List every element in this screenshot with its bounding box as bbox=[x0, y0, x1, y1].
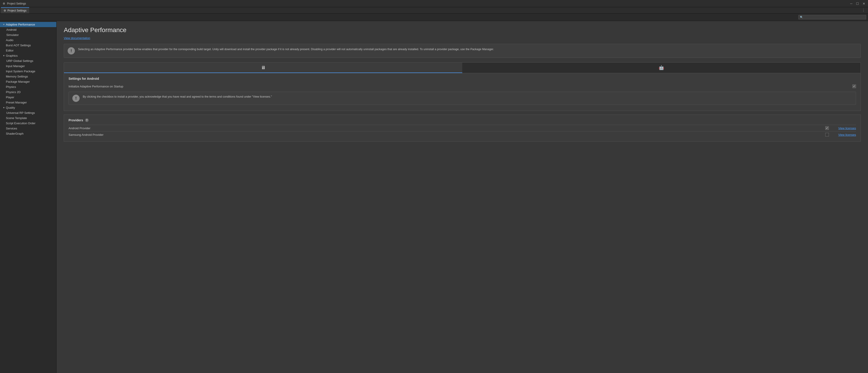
main-layout: ▼Adaptive PerformanceAndroidSimulatorAud… bbox=[0, 21, 868, 373]
platform-tab-android[interactable]: 🤖 bbox=[462, 63, 861, 73]
platform-tabs: 🖥 🤖 bbox=[64, 62, 861, 73]
sidebar-item-universal-rp-settings[interactable]: Universal RP Settings bbox=[0, 110, 56, 115]
samsung-provider-view-licenses[interactable]: View licenses bbox=[833, 133, 856, 136]
sidebar-item-memory-settings[interactable]: Memory Settings bbox=[0, 74, 56, 79]
sidebar-arrow-graphics: ▼ bbox=[3, 55, 6, 57]
warning-message: By clicking the checkbox to install a pr… bbox=[83, 95, 272, 99]
info-box: ! Selecting an Adaptive Performance prov… bbox=[64, 44, 861, 58]
sidebar-label-package-manager: Package Manager bbox=[6, 80, 30, 83]
providers-section: Providers ? Android Provider View licens… bbox=[64, 114, 861, 142]
android-provider-row: Android Provider View licenses bbox=[68, 125, 856, 131]
sidebar-item-simulator[interactable]: Simulator bbox=[0, 32, 56, 37]
tab-icon: ⚙ bbox=[4, 9, 6, 12]
sidebar-label-script-execution-order: Script Execution Order bbox=[6, 122, 35, 125]
content-area: Adaptive Performance View documentation … bbox=[57, 21, 868, 373]
sidebar-label-physics: Physics bbox=[6, 85, 16, 89]
sidebar-item-editor[interactable]: Editor bbox=[0, 48, 56, 53]
page-title: Adaptive Performance bbox=[64, 27, 861, 34]
platform-tab-desktop[interactable]: 🖥 bbox=[64, 63, 462, 73]
sidebar-item-preset-manager[interactable]: Preset Manager bbox=[0, 100, 56, 105]
sidebar-label-android: Android bbox=[6, 28, 17, 31]
initialize-setting-row: Initialize Adaptive Performance on Start… bbox=[68, 83, 856, 90]
sidebar-label-quality: Quality bbox=[6, 106, 15, 109]
sidebar-label-shadergraph: ShaderGraph bbox=[6, 132, 24, 135]
info-message: Selecting an Adaptive Performance provid… bbox=[78, 47, 494, 52]
sidebar-item-scene-template[interactable]: Scene Template bbox=[0, 115, 56, 121]
sidebar-label-burst-aot-settings: Burst AOT Settings bbox=[6, 44, 31, 47]
sidebar-item-services[interactable]: Services bbox=[0, 126, 56, 131]
sidebar-item-android[interactable]: Android bbox=[0, 27, 56, 32]
sidebar-label-audio: Audio bbox=[6, 38, 13, 42]
tab-bar: ⚙ Project Settings ⋮ bbox=[0, 7, 868, 13]
sidebar-item-physics-2d[interactable]: Physics 2D bbox=[0, 90, 56, 95]
maximize-button[interactable]: ☐ bbox=[856, 2, 859, 5]
sidebar-item-audio[interactable]: Audio bbox=[0, 37, 56, 43]
warning-icon: ! bbox=[72, 95, 80, 102]
sidebar-item-urp-global-settings[interactable]: URP Global Settings bbox=[0, 58, 56, 64]
sidebar-label-urp-global-settings: URP Global Settings bbox=[6, 59, 33, 63]
tab-label: Project Settings bbox=[7, 9, 27, 12]
sidebar-item-package-manager[interactable]: Package Manager bbox=[0, 79, 56, 84]
android-provider-name: Android Provider bbox=[68, 127, 821, 130]
android-provider-checkbox[interactable] bbox=[825, 126, 829, 130]
initialize-setting-label: Initialize Adaptive Performance on Start… bbox=[68, 85, 123, 88]
android-icon: 🤖 bbox=[658, 65, 664, 70]
app-icon: ⚙ bbox=[3, 2, 5, 5]
samsung-provider-row: Samsung Android Provider View licenses bbox=[68, 131, 856, 138]
sidebar-label-memory-settings: Memory Settings bbox=[6, 75, 28, 78]
tab-menu-button[interactable]: ⋮ bbox=[860, 8, 867, 12]
warning-box: ! By clicking the checkbox to install a … bbox=[68, 92, 856, 105]
title-bar-controls: ─ ☐ ✕ bbox=[850, 2, 865, 5]
sidebar-label-graphics: Graphics bbox=[6, 54, 18, 57]
sidebar-label-universal-rp-settings: Universal RP Settings bbox=[6, 111, 35, 114]
sidebar-item-adaptive-performance[interactable]: ▼Adaptive Performance bbox=[0, 22, 56, 27]
samsung-provider-name: Samsung Android Provider bbox=[68, 133, 821, 136]
sidebar-arrow-quality: ▼ bbox=[3, 106, 6, 109]
search-input-wrap: 🔍 bbox=[798, 15, 866, 20]
sidebar-label-input-system-package: Input System Package bbox=[6, 70, 35, 73]
android-provider-view-licenses[interactable]: View licenses bbox=[833, 127, 856, 130]
sidebar-label-adaptive-performance: Adaptive Performance bbox=[6, 23, 35, 26]
title-bar: ⚙ Project Settings ─ ☐ ✕ bbox=[0, 0, 868, 7]
providers-title: Providers bbox=[68, 118, 83, 122]
sidebar: ▼Adaptive PerformanceAndroidSimulatorAud… bbox=[0, 21, 57, 373]
view-documentation-link[interactable]: View documentation bbox=[64, 36, 90, 40]
close-button[interactable]: ✕ bbox=[863, 2, 865, 5]
project-settings-tab[interactable]: ⚙ Project Settings bbox=[1, 7, 29, 13]
sidebar-label-scene-template: Scene Template bbox=[6, 116, 27, 120]
sidebar-label-player: Player bbox=[6, 96, 14, 99]
samsung-provider-checkbox[interactable] bbox=[825, 133, 829, 136]
sidebar-label-simulator: Simulator bbox=[6, 33, 19, 37]
sidebar-item-shadergraph[interactable]: ShaderGraph bbox=[0, 131, 56, 136]
sidebar-arrow-adaptive-performance: ▼ bbox=[3, 23, 6, 26]
sidebar-item-input-manager[interactable]: Input Manager bbox=[0, 64, 56, 69]
providers-header: Providers ? bbox=[68, 118, 856, 122]
desktop-icon: 🖥 bbox=[261, 65, 266, 70]
app-title: Project Settings bbox=[7, 2, 26, 5]
sidebar-item-quality[interactable]: ▼Quality bbox=[0, 105, 56, 110]
search-bar: 🔍 bbox=[0, 13, 868, 21]
minimize-button[interactable]: ─ bbox=[850, 2, 852, 5]
sidebar-label-editor: Editor bbox=[6, 49, 13, 52]
settings-for-android-section: Settings for Android Initialize Adaptive… bbox=[64, 73, 861, 111]
sidebar-item-graphics[interactable]: ▼Graphics bbox=[0, 53, 56, 58]
info-icon: ! bbox=[68, 47, 75, 55]
sidebar-item-input-system-package[interactable]: Input System Package bbox=[0, 69, 56, 74]
settings-section-title: Settings for Android bbox=[68, 77, 856, 80]
sidebar-label-services: Services bbox=[6, 127, 17, 130]
sidebar-label-physics-2d: Physics 2D bbox=[6, 90, 21, 94]
sidebar-label-preset-manager: Preset Manager bbox=[6, 101, 27, 104]
title-bar-left: ⚙ Project Settings bbox=[3, 2, 26, 5]
search-icon: 🔍 bbox=[800, 16, 803, 19]
sidebar-item-script-execution-order[interactable]: Script Execution Order bbox=[0, 121, 56, 126]
providers-help-icon[interactable]: ? bbox=[85, 118, 89, 122]
sidebar-item-burst-aot-settings[interactable]: Burst AOT Settings bbox=[0, 43, 56, 48]
sidebar-label-input-manager: Input Manager bbox=[6, 64, 25, 68]
sidebar-item-player[interactable]: Player bbox=[0, 95, 56, 100]
initialize-setting-checkbox[interactable] bbox=[852, 84, 856, 88]
sidebar-item-physics[interactable]: Physics bbox=[0, 84, 56, 90]
search-input[interactable] bbox=[804, 15, 865, 19]
